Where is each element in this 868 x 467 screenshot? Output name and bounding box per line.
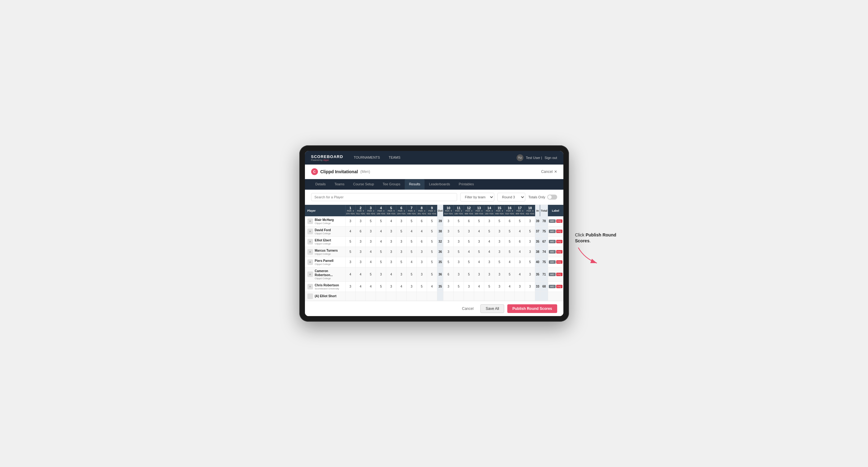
score-input-6[interactable] [398, 285, 404, 288]
wd-badge[interactable]: WD [549, 285, 555, 288]
wd-badge[interactable]: WD [549, 260, 555, 264]
score-hole-12[interactable] [464, 247, 474, 257]
score-hole-10[interactable] [443, 247, 454, 257]
score-input-15[interactable] [496, 273, 503, 276]
score-input-5[interactable] [388, 219, 394, 223]
wd-badge[interactable]: WD [549, 219, 555, 223]
score-hole-16[interactable] [504, 291, 515, 301]
score-input-2[interactable] [358, 240, 364, 243]
score-hole-4[interactable] [376, 216, 386, 226]
score-input-15[interactable] [496, 250, 503, 253]
score-input-3[interactable] [368, 219, 374, 223]
score-input-8[interactable] [418, 219, 425, 223]
score-hole-2[interactable] [355, 237, 366, 247]
score-hole-15[interactable] [494, 226, 504, 237]
wd-badge[interactable]: WD [549, 250, 555, 253]
score-hole-10[interactable] [443, 237, 454, 247]
score-hole-14[interactable] [484, 237, 494, 247]
score-input-1[interactable] [347, 273, 353, 276]
score-hole-9[interactable] [427, 281, 437, 291]
score-input-11[interactable] [456, 230, 462, 233]
score-input-2[interactable] [358, 219, 364, 223]
score-hole-2[interactable] [355, 291, 366, 301]
score-hole-14[interactable] [484, 226, 494, 237]
score-hole-8[interactable] [416, 237, 427, 247]
score-input-16[interactable] [506, 250, 513, 253]
score-hole-8[interactable] [416, 216, 427, 226]
score-input-5[interactable] [388, 230, 394, 233]
score-hole-11[interactable] [454, 237, 464, 247]
score-hole-16[interactable] [504, 226, 515, 237]
filter-by-team-select[interactable]: Filter by team [460, 193, 494, 201]
score-input-2[interactable] [358, 230, 364, 233]
score-input-12[interactable] [466, 230, 472, 233]
score-input-9[interactable] [429, 285, 435, 288]
score-input-13[interactable] [476, 240, 482, 243]
score-hole-5[interactable] [386, 216, 396, 226]
score-hole-3[interactable] [366, 267, 376, 281]
score-hole-2[interactable] [355, 281, 366, 291]
score-input-3[interactable] [368, 260, 374, 264]
score-input-2[interactable] [358, 294, 364, 298]
score-input-13[interactable] [476, 260, 482, 264]
score-input-2[interactable] [358, 273, 364, 276]
score-hole-11[interactable] [454, 247, 464, 257]
score-input-1[interactable] [347, 294, 353, 298]
score-hole-4[interactable] [376, 226, 386, 237]
score-input-13[interactable] [476, 294, 482, 298]
score-hole-1[interactable] [345, 291, 355, 301]
score-hole-7[interactable] [407, 281, 417, 291]
score-hole-18[interactable] [525, 237, 535, 247]
publish-round-scores-button[interactable]: Publish Round Scores [507, 304, 557, 313]
score-hole-1[interactable] [345, 237, 355, 247]
score-hole-17[interactable] [515, 216, 525, 226]
score-hole-17[interactable] [515, 257, 525, 267]
score-hole-18[interactable] [525, 216, 535, 226]
score-input-11[interactable] [456, 240, 462, 243]
score-input-17[interactable] [517, 230, 523, 233]
score-input-14[interactable] [486, 250, 492, 253]
score-input-7[interactable] [408, 285, 415, 288]
score-hole-6[interactable] [396, 267, 407, 281]
score-hole-3[interactable] [366, 226, 376, 237]
score-hole-14[interactable] [484, 216, 494, 226]
score-input-14[interactable] [486, 273, 492, 276]
score-input-15[interactable] [496, 240, 503, 243]
score-hole-2[interactable] [355, 226, 366, 237]
score-hole-9[interactable] [427, 247, 437, 257]
score-hole-10[interactable] [443, 257, 454, 267]
score-hole-4[interactable] [376, 267, 386, 281]
score-hole-15[interactable] [494, 267, 504, 281]
nav-tournaments[interactable]: TOURNAMENTS [349, 151, 384, 164]
score-hole-15[interactable] [494, 257, 504, 267]
wd-badge[interactable]: WD [549, 240, 555, 243]
wd-badge[interactable]: WD [549, 230, 555, 233]
score-input-1[interactable] [347, 250, 353, 253]
score-input-12[interactable] [466, 240, 472, 243]
score-hole-8[interactable] [416, 281, 427, 291]
score-hole-12[interactable] [464, 237, 474, 247]
score-input-16[interactable] [506, 260, 513, 264]
score-input-5[interactable] [388, 273, 394, 276]
score-input-14[interactable] [486, 240, 492, 243]
score-hole-13[interactable] [474, 291, 484, 301]
score-hole-8[interactable] [416, 267, 427, 281]
dq-badge[interactable]: DQ [556, 240, 562, 243]
score-input-10[interactable] [445, 273, 452, 276]
score-hole-5[interactable] [386, 291, 396, 301]
score-input-7[interactable] [408, 230, 415, 233]
score-hole-6[interactable] [396, 257, 407, 267]
score-hole-4[interactable] [376, 291, 386, 301]
score-input-4[interactable] [378, 240, 384, 243]
score-hole-14[interactable] [484, 247, 494, 257]
score-hole-16[interactable] [504, 247, 515, 257]
score-input-1[interactable] [347, 240, 353, 243]
score-input-8[interactable] [418, 250, 425, 253]
score-input-4[interactable] [378, 219, 384, 223]
score-input-3[interactable] [368, 250, 374, 253]
score-input-11[interactable] [456, 294, 462, 298]
score-hole-14[interactable] [484, 281, 494, 291]
score-hole-5[interactable] [386, 226, 396, 237]
score-hole-2[interactable] [355, 216, 366, 226]
score-input-12[interactable] [466, 219, 472, 223]
